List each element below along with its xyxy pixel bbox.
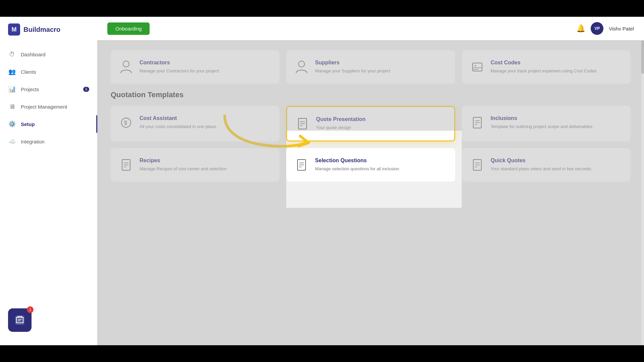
bell-icon[interactable]: 🔔	[576, 24, 585, 33]
clock-icon: ⏱	[8, 50, 16, 58]
top-cards-row: Contractors Manage your Contractors for …	[111, 50, 631, 84]
quick-quotes-icon	[470, 158, 485, 172]
quotation-templates-heading: Quotation Templates	[111, 90, 631, 99]
projects-badge: 6	[83, 87, 89, 92]
header-right: 🔔 VP Vishv Patel	[576, 22, 634, 35]
card-title-recipes: Recipes	[140, 158, 226, 164]
notification-badge: 1	[27, 306, 34, 313]
sidebar-item-dashboard[interactable]: ⏱ Dashboard	[0, 46, 97, 63]
header: Onboarding 🔔 VP Vishv Patel	[97, 17, 644, 40]
main-content: Onboarding 🔔 VP Vishv Patel	[97, 17, 644, 345]
logo-area: M Buildmacro	[0, 23, 97, 46]
chart-icon: 📊	[8, 85, 16, 93]
monitor-icon: 🖥	[8, 103, 16, 111]
sidebar-label-project-management: Project Management	[21, 104, 67, 110]
card-contractors[interactable]: Contractors Manage your Contractors for …	[111, 50, 279, 84]
card-content-cost-codes: Cost Codes Manage your track project exp…	[491, 60, 597, 74]
card-title-cost-assistant: Cost Assistant	[140, 115, 217, 121]
card-cost-assistant[interactable]: $ Cost Assistant All your costs consolid…	[111, 106, 279, 141]
svg-point-3	[123, 61, 129, 67]
sidebar-item-clients[interactable]: 👥 Clients	[0, 63, 97, 80]
svg-text:$: $	[124, 120, 127, 126]
card-title-selection-questions: Selection Questions	[315, 158, 399, 164]
cloud-icon: ☁️	[8, 137, 16, 145]
card-content-recipes: Recipes Manage Recipes of cost center an…	[140, 158, 226, 172]
person2-icon	[294, 60, 309, 74]
selection-questions-icon	[294, 158, 309, 172]
recipes-icon	[119, 158, 133, 172]
sidebar-label-dashboard: Dashboard	[21, 52, 45, 57]
svg-point-6	[475, 65, 476, 66]
card-content-quick-quotes: Quick Quotes Your standard plans select …	[491, 158, 592, 172]
card-desc-cost-assistant: All your costs consolidated in one place…	[140, 123, 217, 130]
app-name: Buildmacro	[23, 26, 60, 34]
card-title-suppliers: Suppliers	[315, 60, 390, 66]
avatar: VP	[591, 22, 603, 35]
svg-point-4	[299, 61, 305, 67]
card-title-inclusions: Inclusions	[491, 115, 593, 121]
users-icon: 👥	[8, 68, 16, 76]
card-title-quick-quotes: Quick Quotes	[491, 158, 592, 164]
card-quote-presentation[interactable]: Quote Presentation Your quote design	[286, 106, 455, 141]
card-desc-recipes: Manage Recipes of cost center and select…	[140, 166, 226, 172]
card-content-quote-presentation: Quote Presentation Your quote design	[316, 116, 366, 131]
card-desc-selection-questions: Manage selection questions for all inclu…	[315, 166, 399, 172]
card-desc-cost-codes: Manage your track project expenses using…	[491, 68, 597, 74]
sidebar-item-setup[interactable]: ⚙️ Setup	[0, 115, 97, 133]
card-desc-quote-presentation: Your quote design	[316, 124, 366, 131]
card-title-contractors: Contractors	[140, 60, 219, 66]
onboarding-button[interactable]: Onboarding	[107, 22, 150, 35]
card-recipes[interactable]: Recipes Manage Recipes of cost center an…	[111, 148, 279, 182]
card-inclusions[interactable]: Inclusions Template for outlining projec…	[462, 106, 631, 141]
scrollbar-track[interactable]	[641, 40, 644, 345]
inclusions-doc-icon	[470, 115, 485, 130]
card-desc-inclusions: Template for outlining project scope and…	[491, 123, 593, 130]
sidebar-label-clients: Clients	[21, 69, 36, 75]
bottom-cards-row: Recipes Manage Recipes of cost center an…	[111, 148, 631, 182]
tag-icon	[470, 60, 485, 74]
card-content-cost-assistant: Cost Assistant All your costs consolidat…	[140, 115, 217, 130]
sidebar-item-integration[interactable]: ☁️ Integration	[0, 133, 97, 150]
card-title-quote-presentation: Quote Presentation	[316, 116, 366, 122]
logo-icon: M	[8, 23, 20, 36]
gray-overlay	[97, 40, 644, 345]
card-suppliers[interactable]: Suppliers Manage your Suppliers for your…	[286, 50, 455, 84]
sidebar-label-projects: Projects	[21, 86, 39, 92]
card-content-selection-questions: Selection Questions Manage selection que…	[315, 158, 399, 172]
card-title-cost-codes: Cost Codes	[491, 60, 597, 66]
user-name: Vishv Patel	[609, 26, 634, 32]
notification-app-icon[interactable]: 1	[8, 308, 32, 332]
card-desc-suppliers: Manage your Suppliers for your project	[315, 68, 390, 74]
money-icon: $	[119, 115, 133, 130]
card-desc-contractors: Manage your Contractors for your project	[140, 68, 219, 74]
card-content-inclusions: Inclusions Template for outlining projec…	[491, 115, 593, 130]
card-content-contractors: Contractors Manage your Contractors for …	[140, 60, 219, 74]
sidebar-item-projects[interactable]: 📊 Projects 6	[0, 80, 97, 98]
content-area: Contractors Manage your Contractors for …	[97, 40, 644, 345]
card-quick-quotes[interactable]: Quick Quotes Your standard plans select …	[462, 148, 631, 182]
quotation-templates-row: $ Cost Assistant All your costs consolid…	[111, 106, 631, 141]
card-desc-quick-quotes: Your standard plans select and send in f…	[491, 166, 592, 172]
sidebar-item-project-management[interactable]: 🖥 Project Management	[0, 98, 97, 115]
scrollbar-thumb[interactable]	[641, 40, 644, 74]
svg-rect-5	[473, 63, 482, 71]
sidebar: M Buildmacro ⏱ Dashboard 👥 Clients 📊 Pro…	[0, 17, 97, 345]
card-selection-questions[interactable]: Selection Questions Manage selection que…	[286, 148, 455, 182]
card-content-suppliers: Suppliers Manage your Suppliers for your…	[315, 60, 390, 74]
person-icon	[119, 60, 133, 74]
gear-icon: ⚙️	[8, 120, 16, 128]
document-icon	[295, 116, 310, 131]
sidebar-label-integration: Integration	[21, 139, 45, 144]
card-cost-codes[interactable]: Cost Codes Manage your track project exp…	[462, 50, 631, 84]
sidebar-bottom: 1	[0, 302, 97, 339]
sidebar-label-setup: Setup	[21, 121, 35, 127]
